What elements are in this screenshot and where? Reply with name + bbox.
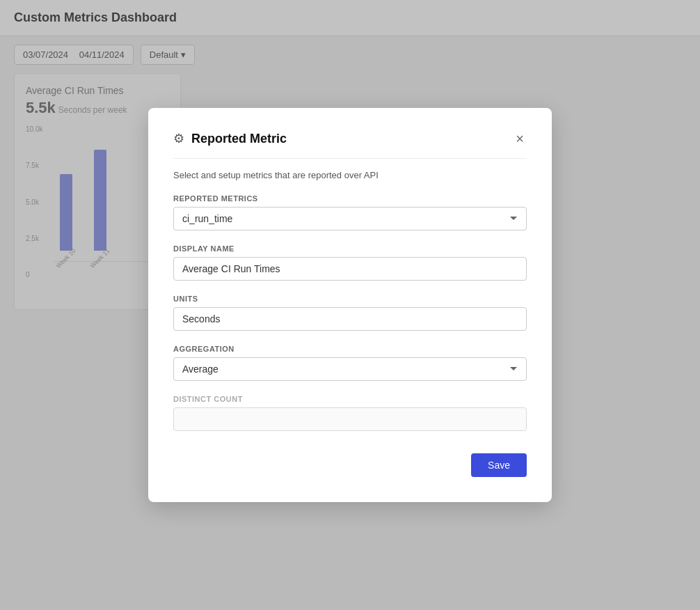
- distinct-count-section: DISTINCT COUNT: [173, 395, 527, 431]
- save-button[interactable]: Save: [471, 453, 527, 477]
- display-name-section: DISPLAY NAME: [173, 244, 527, 281]
- display-name-label: DISPLAY NAME: [173, 244, 527, 253]
- units-label: UNITS: [173, 295, 527, 303]
- reported-metrics-section: REPORTED METRICS ci_run_time ci_build_ti…: [173, 194, 527, 230]
- gear-icon: ⚙: [173, 131, 184, 146]
- modal-header: ⚙ Reported Metric ×: [173, 130, 527, 159]
- aggregation-section: AGGREGATION Average Sum Max Min Count: [173, 345, 527, 381]
- units-section: UNITS: [173, 295, 527, 331]
- units-input[interactable]: [173, 307, 527, 331]
- reported-metrics-label: REPORTED METRICS: [173, 194, 527, 203]
- modal-description: Select and setup metrics that are report…: [173, 170, 527, 180]
- distinct-count-select[interactable]: [173, 407, 527, 431]
- aggregation-label: AGGREGATION: [173, 345, 527, 353]
- modal-overlay: ⚙ Reported Metric × Select and setup met…: [0, 0, 700, 610]
- modal-title: Reported Metric: [191, 132, 506, 146]
- modal-footer: Save: [173, 453, 527, 477]
- modal: ⚙ Reported Metric × Select and setup met…: [148, 108, 552, 502]
- close-button[interactable]: ×: [513, 130, 527, 147]
- reported-metrics-select[interactable]: ci_run_time ci_build_time ci_queue_time: [173, 207, 527, 230]
- distinct-count-label: DISTINCT COUNT: [173, 395, 527, 403]
- aggregation-select[interactable]: Average Sum Max Min Count: [173, 357, 527, 381]
- display-name-input[interactable]: [173, 257, 527, 281]
